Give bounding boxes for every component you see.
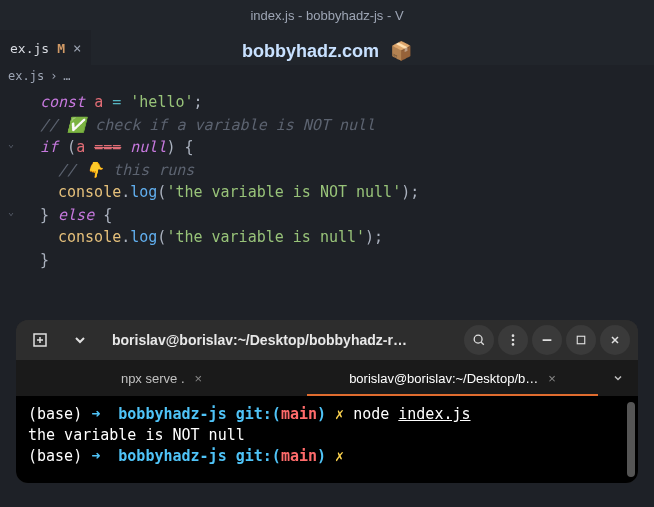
terminal-line: (base) ➜ bobbyhadz-js git:(main) ✗ xyxy=(28,446,626,467)
terminal-line: (base) ➜ bobbyhadz-js git:(main) ✗ node … xyxy=(28,404,626,425)
code-editor[interactable]: const a = 'hello'; // ✅ check if a varia… xyxy=(0,87,654,281)
close-button[interactable] xyxy=(600,325,630,355)
code-line: } xyxy=(0,249,654,272)
terminal-tab-serve[interactable]: npx serve . × xyxy=(16,360,307,396)
chevron-down-icon xyxy=(612,372,624,384)
close-icon xyxy=(609,334,621,346)
menu-button[interactable] xyxy=(498,325,528,355)
terminal-tab-label: npx serve . xyxy=(121,371,185,386)
breadcrumb[interactable]: ex.js › … xyxy=(0,65,654,87)
close-icon[interactable]: × xyxy=(195,371,203,386)
close-icon[interactable]: × xyxy=(548,371,556,386)
tab-index-js[interactable]: ex.js M × xyxy=(0,30,91,65)
svg-point-2 xyxy=(512,334,515,337)
terminal-tab-label: borislav@borislav:~/Desktop/b… xyxy=(349,371,538,386)
minimize-icon xyxy=(540,333,554,347)
minimize-button[interactable] xyxy=(532,325,562,355)
modified-indicator: M xyxy=(57,41,65,56)
terminal-line: the variable is NOT null xyxy=(28,425,626,446)
fold-icon[interactable]: ⌄ xyxy=(8,204,22,227)
chevron-down-icon xyxy=(72,332,88,348)
terminal-tab-shell[interactable]: borislav@borislav:~/Desktop/b… × xyxy=(307,360,598,396)
breadcrumb-file: ex.js xyxy=(8,69,44,83)
watermark-text: bobbyhadz.com xyxy=(242,41,379,61)
scrollbar[interactable] xyxy=(627,402,635,477)
chevron-right-icon: › xyxy=(50,69,57,83)
terminal-tab-dropdown[interactable] xyxy=(598,372,638,384)
package-icon: 📦 xyxy=(390,41,412,61)
window-title: index.js - bobbyhadz-js - V xyxy=(250,8,403,23)
code-line: // ✅ check if a variable is NOT null xyxy=(0,114,654,137)
terminal-tabs: npx serve . × borislav@borislav:~/Deskto… xyxy=(16,360,638,396)
new-tab-button[interactable] xyxy=(24,324,56,356)
kebab-icon xyxy=(506,333,520,347)
fold-icon[interactable]: ⌄ xyxy=(8,136,22,159)
terminal-output[interactable]: (base) ➜ bobbyhadz-js git:(main) ✗ node … xyxy=(16,396,638,483)
terminal-titlebar: borislav@borislav:~/Desktop/bobbyhadz-r… xyxy=(16,320,638,360)
search-button[interactable] xyxy=(464,325,494,355)
maximize-button[interactable] xyxy=(566,325,596,355)
window-titlebar: index.js - bobbyhadz-js - V xyxy=(0,0,654,30)
close-icon[interactable]: × xyxy=(73,40,81,56)
code-line: const a = 'hello'; xyxy=(0,91,654,114)
terminal-window: borislav@borislav:~/Desktop/bobbyhadz-r…… xyxy=(16,320,638,483)
svg-point-3 xyxy=(512,339,515,342)
svg-point-4 xyxy=(512,343,515,346)
search-icon xyxy=(472,333,486,347)
svg-point-1 xyxy=(474,335,482,343)
terminal-title: borislav@borislav:~/Desktop/bobbyhadz-r… xyxy=(104,332,456,348)
plus-box-icon xyxy=(32,332,48,348)
breadcrumb-more: … xyxy=(63,69,70,83)
dropdown-button[interactable] xyxy=(64,324,96,356)
svg-rect-5 xyxy=(577,336,585,344)
code-line: console.log('the variable is NOT null'); xyxy=(0,181,654,204)
tab-label: ex.js xyxy=(10,41,49,56)
code-line: console.log('the variable is null'); xyxy=(0,226,654,249)
code-line: // 👇 this runs xyxy=(0,159,654,182)
maximize-icon xyxy=(575,334,587,346)
code-line: ⌄if (a === null) { xyxy=(0,136,654,159)
watermark: bobbyhadz.com 📦 xyxy=(242,40,412,62)
code-line: ⌄} else { xyxy=(0,204,654,227)
